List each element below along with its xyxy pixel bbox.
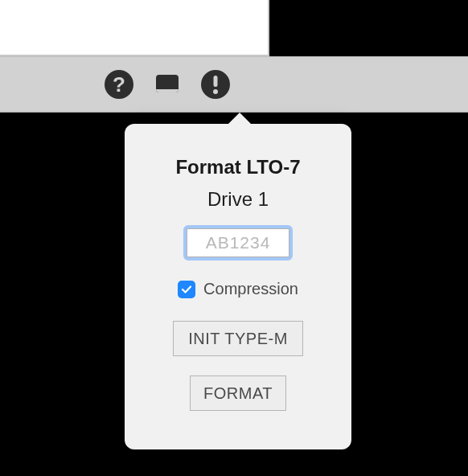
svg-rect-4 [214,76,218,87]
popover-subtitle: Drive 1 [207,188,269,211]
alert-icon[interactable] [199,68,232,101]
popover-title: Format LTO-7 [175,156,300,178]
help-icon[interactable]: ? [103,68,135,101]
format-popover: Format LTO-7 Drive 1 Compression INIT TY… [125,124,351,449]
format-button[interactable]: FORMAT [190,375,286,411]
svg-text:?: ? [113,72,125,96]
tape-icon[interactable] [151,68,183,101]
svg-rect-2 [156,88,179,89]
svg-point-5 [213,89,218,94]
toolbar: ? [0,56,468,113]
tape-id-input-wrap [183,225,293,261]
tape-id-input[interactable] [187,228,289,257]
compression-row: Compression [178,280,298,298]
init-type-m-button[interactable]: INIT TYPE-M [173,321,303,356]
upper-panel [0,0,269,56]
compression-checkbox[interactable] [178,281,195,298]
compression-label: Compression [203,280,298,298]
